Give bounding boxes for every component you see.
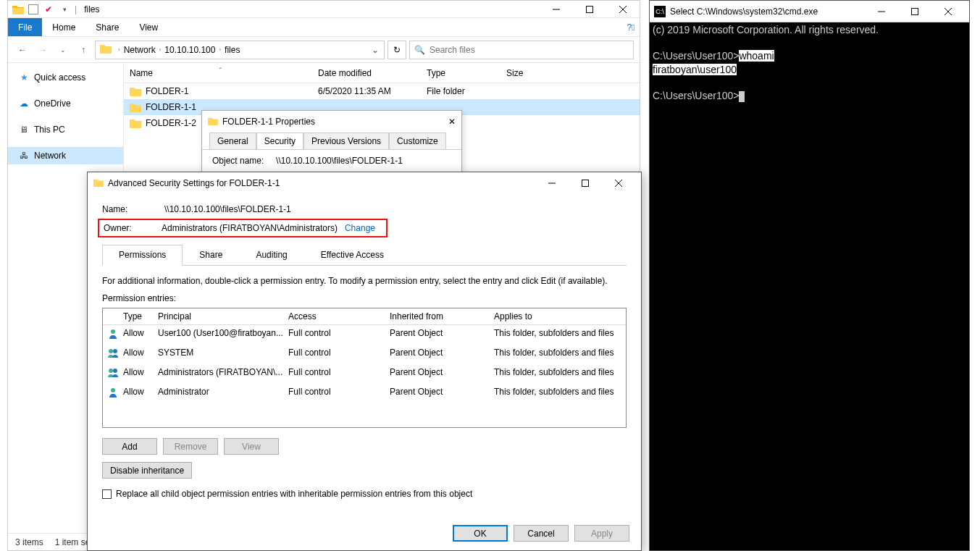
- breadcrumb[interactable]: › Network › 10.10.10.100 › files ⌄: [95, 41, 385, 59]
- svg-point-2: [111, 329, 115, 334]
- apply-button[interactable]: Apply: [574, 525, 629, 542]
- adv-tabs: Permissions Share Auditing Effective Acc…: [102, 245, 627, 266]
- refresh-button[interactable]: ↻: [388, 41, 406, 59]
- permission-row[interactable]: AllowAdministratorFull controlParent Obj…: [103, 384, 626, 403]
- svg-rect-8: [912, 8, 918, 14]
- tab-auditing[interactable]: Auditing: [239, 245, 303, 265]
- column-size[interactable]: Size: [501, 68, 553, 78]
- folder-icon: [93, 178, 104, 189]
- recent-dropdown[interactable]: ⌄: [54, 41, 72, 59]
- maximize-button[interactable]: [573, 1, 606, 18]
- sidebar-label: OneDrive: [34, 98, 71, 109]
- col-applies[interactable]: Applies to: [494, 311, 621, 321]
- star-icon: ★: [18, 72, 30, 83]
- minimize-button[interactable]: [535, 174, 569, 192]
- tab-permissions[interactable]: Permissions: [102, 245, 183, 266]
- file-row[interactable]: FOLDER-16/5/2020 11:35 AMFile folder: [124, 83, 640, 99]
- change-owner-link[interactable]: Change: [345, 223, 375, 233]
- breadcrumb-host[interactable]: 10.10.10.100: [163, 45, 217, 55]
- permission-row[interactable]: AllowUser100 (User100@firatboyan...Full …: [103, 325, 626, 345]
- maximize-button[interactable]: [898, 1, 931, 22]
- sidebar-label: This PC: [34, 125, 65, 135]
- cmd-terminal[interactable]: (c) 2019 Microsoft Corporation. All righ…: [650, 22, 969, 104]
- column-date[interactable]: Date modified: [312, 68, 421, 78]
- add-button[interactable]: Add: [102, 438, 157, 455]
- tab-previous-versions[interactable]: Previous Versions: [303, 133, 389, 149]
- folder-icon: [12, 4, 24, 15]
- tab-security[interactable]: Security: [256, 133, 303, 149]
- help-icon[interactable]: ?⃝: [622, 18, 640, 36]
- cmd-title: Select C:\Windows\system32\cmd.exe: [670, 7, 818, 17]
- sidebar-onedrive[interactable]: ☁OneDrive: [8, 95, 123, 112]
- tab-file[interactable]: File: [8, 18, 42, 36]
- status-selected-count: 1 item se: [55, 537, 91, 547]
- search-box[interactable]: 🔍: [409, 41, 634, 59]
- breadcrumb-network[interactable]: Network: [122, 45, 157, 55]
- cmd-title-bar: C:\ Select C:\Windows\system32\cmd.exe: [650, 1, 969, 22]
- minimize-button[interactable]: [865, 1, 898, 22]
- search-icon: 🔍: [414, 45, 425, 55]
- permission-row[interactable]: AllowSYSTEMFull controlParent ObjectThis…: [103, 345, 626, 364]
- cancel-button[interactable]: Cancel: [514, 525, 569, 542]
- close-button[interactable]: [606, 1, 640, 18]
- object-name-label: Object name:: [212, 156, 264, 166]
- tab-customize[interactable]: Customize: [389, 133, 446, 149]
- cloud-icon: ☁: [18, 98, 30, 109]
- info-text: For additional information, double-click…: [102, 276, 627, 286]
- svg-point-4: [113, 349, 117, 353]
- breadcrumb-folder[interactable]: files: [223, 45, 241, 55]
- breadcrumb-dropdown[interactable]: ⌄: [368, 45, 382, 55]
- up-button[interactable]: ↑: [75, 41, 92, 59]
- sidebar-this-pc[interactable]: 🖥This PC: [8, 121, 123, 138]
- search-input[interactable]: [430, 45, 629, 55]
- name-value: \\10.10.10.100\files\FOLDER-1-1: [164, 204, 291, 214]
- col-principal[interactable]: Principal: [158, 311, 288, 321]
- close-button[interactable]: [602, 174, 635, 192]
- breadcrumb-folder-icon: [100, 43, 113, 56]
- cmd-line: (c) 2019 Microsoft Corporation. All righ…: [653, 24, 879, 35]
- minimize-button[interactable]: [540, 1, 573, 18]
- col-access[interactable]: Access: [288, 311, 390, 321]
- close-button[interactable]: ✕: [448, 117, 456, 127]
- check-qat-icon[interactable]: ✔: [43, 4, 54, 15]
- cmd-window: C:\ Select C:\Windows\system32\cmd.exe (…: [649, 0, 970, 551]
- col-type[interactable]: Type: [123, 311, 158, 321]
- ribbon-tabs: File Home Share View ?⃝: [8, 18, 640, 37]
- tab-view[interactable]: View: [129, 18, 168, 36]
- column-type[interactable]: Type: [421, 68, 501, 78]
- dialog-title: FOLDER-1-1 Properties: [222, 117, 315, 127]
- tab-home[interactable]: Home: [42, 18, 85, 36]
- cursor: [739, 91, 745, 102]
- permission-row[interactable]: AllowAdministrators (FIRATBOYAN\...Full …: [103, 364, 626, 384]
- folder-icon: [208, 117, 218, 127]
- sidebar-label: Network: [34, 151, 66, 161]
- cmd-prompt: C:\Users\User100>: [653, 90, 739, 101]
- close-button[interactable]: [931, 1, 965, 22]
- replace-checkbox[interactable]: [102, 489, 112, 499]
- title-bar: ✔ ▾ | files: [8, 1, 640, 18]
- cmd-output: firatboyan\user100: [653, 64, 737, 75]
- tab-share[interactable]: Share: [183, 245, 239, 265]
- title-separator: |: [75, 4, 77, 14]
- back-button[interactable]: ←: [14, 41, 31, 59]
- sidebar-label: Quick access: [34, 72, 85, 83]
- col-inherited[interactable]: Inherited from: [390, 311, 494, 321]
- owner-value: Administrators (FIRATBOYAN\Administrator…: [162, 223, 338, 233]
- nav-bar: ← → ⌄ ↑ › Network › 10.10.10.100 › files…: [8, 37, 640, 63]
- maximize-button[interactable]: [569, 174, 602, 192]
- qat-dropdown-icon[interactable]: ▾: [59, 4, 70, 15]
- remove-button[interactable]: Remove: [163, 438, 218, 455]
- column-name[interactable]: Name⌃: [124, 68, 312, 78]
- owner-label: Owner:: [104, 223, 162, 233]
- disable-inheritance-button[interactable]: Disable inheritance: [102, 462, 192, 479]
- view-button[interactable]: View: [224, 438, 279, 455]
- forward-button[interactable]: →: [34, 41, 51, 59]
- save-qat-icon[interactable]: [28, 4, 38, 14]
- ok-button[interactable]: OK: [453, 525, 508, 542]
- tab-effective-access[interactable]: Effective Access: [304, 245, 401, 265]
- status-item-count: 3 items: [15, 537, 43, 547]
- tab-general[interactable]: General: [209, 133, 256, 149]
- sidebar-network[interactable]: 🖧Network: [8, 147, 123, 164]
- sidebar-quick-access[interactable]: ★Quick access: [8, 69, 123, 86]
- tab-share[interactable]: Share: [85, 18, 129, 36]
